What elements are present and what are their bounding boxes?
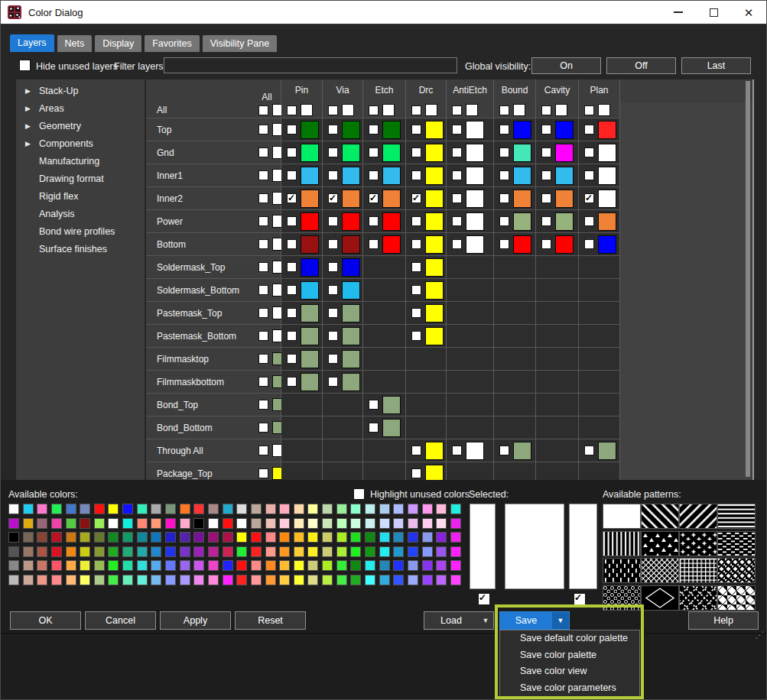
visibility-checkbox[interactable] bbox=[584, 193, 594, 203]
visibility-checkbox[interactable] bbox=[287, 285, 297, 295]
pattern-tile-diamond-lattice[interactable] bbox=[679, 585, 717, 611]
visibility-checkbox[interactable] bbox=[328, 125, 338, 134]
palette-swatch-r6-c11[interactable] bbox=[151, 575, 161, 585]
menu-item-save-color-view[interactable]: Save color view bbox=[500, 663, 639, 680]
color-swatch[interactable] bbox=[301, 304, 319, 322]
color-swatch[interactable] bbox=[466, 121, 484, 139]
reset-button[interactable]: Reset bbox=[235, 611, 306, 630]
tab-visibility-pane[interactable]: Visibility Pane bbox=[203, 35, 278, 52]
palette-swatch-r3-c29[interactable] bbox=[408, 532, 418, 543]
expand-arrow-icon[interactable]: ▶ bbox=[25, 140, 39, 147]
palette-swatch-r2-c24[interactable] bbox=[336, 518, 347, 529]
expand-arrow-icon[interactable]: ▶ bbox=[25, 122, 39, 130]
palette-swatch-r4-c4[interactable] bbox=[51, 546, 62, 557]
color-swatch[interactable] bbox=[598, 104, 610, 116]
palette-swatch-r2-c23[interactable] bbox=[322, 518, 333, 529]
color-swatch[interactable] bbox=[342, 235, 360, 254]
palette-swatch-r5-c14[interactable] bbox=[193, 560, 204, 571]
palette-swatch-r1-c24[interactable] bbox=[336, 504, 347, 514]
palette-swatch-r5-c17[interactable] bbox=[236, 560, 247, 571]
sidebar-item-rigid-flex[interactable]: Rigid flex bbox=[16, 187, 145, 205]
palette-swatch-r5-c8[interactable] bbox=[108, 560, 119, 571]
color-swatch[interactable] bbox=[598, 212, 616, 231]
palette-swatch-r5-c18[interactable] bbox=[251, 560, 262, 571]
pattern-tile-diamond-dots[interactable] bbox=[717, 558, 756, 583]
palette-swatch-r1-c26[interactable] bbox=[365, 504, 375, 514]
palette-swatch-r5-c32[interactable] bbox=[450, 560, 461, 571]
global-visibility-on-button[interactable]: On bbox=[531, 57, 601, 74]
palette-swatch-r2-c20[interactable] bbox=[279, 518, 290, 529]
sidebar-item-areas[interactable]: ▶Areas bbox=[16, 99, 145, 117]
color-swatch[interactable] bbox=[555, 104, 567, 116]
color-swatch[interactable] bbox=[382, 121, 401, 139]
highlight-unused-colors-checkbox[interactable] bbox=[353, 488, 365, 500]
color-swatch[interactable] bbox=[513, 104, 525, 116]
palette-swatch-r3-c10[interactable] bbox=[137, 532, 148, 543]
palette-swatch-r4-c1[interactable] bbox=[8, 546, 19, 557]
palette-swatch-r6-c10[interactable] bbox=[137, 575, 148, 585]
palette-swatch-r4-c12[interactable] bbox=[165, 546, 176, 557]
visibility-checkbox[interactable] bbox=[369, 423, 379, 433]
visibility-checkbox[interactable] bbox=[258, 216, 268, 226]
pattern-tile-grid-mesh[interactable] bbox=[679, 558, 717, 583]
expand-arrow-icon[interactable]: ▶ bbox=[25, 87, 39, 95]
visibility-checkbox[interactable] bbox=[541, 239, 551, 249]
color-swatch[interactable] bbox=[425, 281, 444, 300]
palette-swatch-r1-c17[interactable] bbox=[236, 504, 247, 514]
palette-swatch-r1-c10[interactable] bbox=[137, 504, 148, 514]
color-swatch[interactable] bbox=[598, 442, 616, 460]
visibility-checkbox[interactable] bbox=[452, 239, 462, 249]
palette-swatch-r5-c11[interactable] bbox=[151, 560, 161, 571]
filter-layers-input[interactable] bbox=[164, 57, 457, 73]
palette-swatch-r6-c31[interactable] bbox=[436, 575, 447, 585]
palette-swatch-r6-c26[interactable] bbox=[365, 575, 375, 585]
palette-swatch-r5-c24[interactable] bbox=[336, 560, 347, 571]
color-swatch[interactable] bbox=[342, 121, 360, 139]
visibility-checkbox[interactable] bbox=[258, 285, 268, 295]
tab-display[interactable]: Display bbox=[95, 35, 141, 52]
palette-swatch-r5-c13[interactable] bbox=[180, 560, 190, 571]
color-swatch[interactable] bbox=[466, 212, 484, 231]
tab-layers[interactable]: Layers bbox=[10, 34, 54, 52]
pattern-tile-sparse-vertical-dashes[interactable] bbox=[603, 558, 641, 583]
palette-swatch-r6-c5[interactable] bbox=[66, 575, 76, 585]
visibility-checkbox[interactable] bbox=[258, 331, 268, 341]
visibility-checkbox[interactable] bbox=[411, 216, 421, 226]
palette-swatch-r6-c15[interactable] bbox=[208, 575, 219, 585]
expand-arrow-icon[interactable]: ▶ bbox=[25, 105, 39, 112]
palette-swatch-r6-c4[interactable] bbox=[51, 575, 62, 585]
color-swatch[interactable] bbox=[466, 235, 484, 254]
color-swatch[interactable] bbox=[425, 190, 444, 208]
sidebar-item-stack-up[interactable]: ▶Stack-Up bbox=[16, 82, 145, 99]
color-swatch[interactable] bbox=[513, 190, 531, 208]
palette-swatch-r6-c23[interactable] bbox=[322, 575, 333, 585]
palette-swatch-r6-c21[interactable] bbox=[294, 575, 304, 585]
visibility-checkbox[interactable] bbox=[369, 147, 379, 157]
color-swatch[interactable] bbox=[466, 442, 484, 460]
palette-swatch-r1-c13[interactable] bbox=[180, 504, 190, 514]
color-swatch[interactable] bbox=[342, 167, 360, 185]
palette-swatch-r3-c20[interactable] bbox=[279, 532, 290, 543]
palette-swatch-r2-c16[interactable] bbox=[223, 518, 233, 529]
color-swatch[interactable] bbox=[466, 190, 484, 208]
visibility-checkbox[interactable] bbox=[369, 400, 379, 410]
palette-swatch-r2-c30[interactable] bbox=[422, 518, 433, 529]
palette-swatch-r4-c13[interactable] bbox=[180, 546, 190, 557]
palette-swatch-r2-c26[interactable] bbox=[365, 518, 375, 529]
visibility-checkbox[interactable] bbox=[287, 377, 297, 387]
color-swatch[interactable] bbox=[598, 144, 616, 162]
palette-swatch-r2-c6[interactable] bbox=[80, 518, 90, 529]
palette-swatch-r1-c16[interactable] bbox=[223, 504, 233, 514]
palette-swatch-r4-c2[interactable] bbox=[23, 546, 34, 557]
palette-swatch-r5-c16[interactable] bbox=[223, 560, 233, 571]
palette-swatch-r5-c5[interactable] bbox=[66, 560, 76, 571]
menu-item-save-color-parameters[interactable]: Save color parameters bbox=[500, 680, 639, 697]
palette-swatch-r1-c21[interactable] bbox=[294, 504, 304, 514]
color-swatch[interactable] bbox=[301, 167, 319, 185]
visibility-checkbox[interactable] bbox=[369, 216, 379, 226]
palette-swatch-r2-c5[interactable] bbox=[66, 518, 76, 529]
pattern-tile-diamond-outline[interactable] bbox=[641, 585, 679, 611]
color-swatch[interactable] bbox=[598, 167, 616, 185]
palette-swatch-r2-c7[interactable] bbox=[94, 518, 105, 529]
palette-swatch-r2-c13[interactable] bbox=[180, 518, 190, 529]
